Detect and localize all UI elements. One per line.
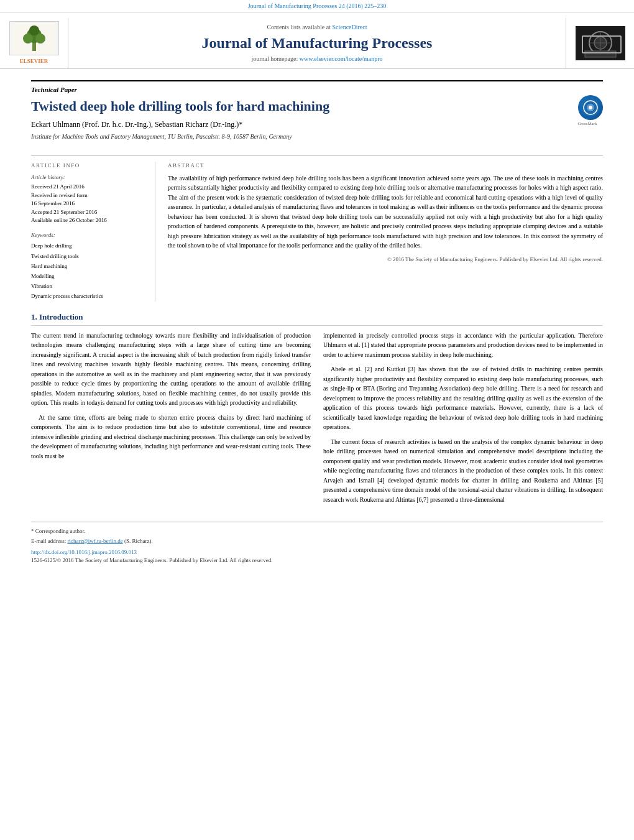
intro-left-col: The current trend in manufacturing techn… — [31, 331, 311, 510]
intro-left-para2: At the same time, efforts are being made… — [31, 413, 311, 461]
contents-line: Contents lists available at ScienceDirec… — [267, 23, 367, 32]
journal-homepage: journal homepage: www.elsevier.com/locat… — [252, 55, 383, 63]
received-date: Received 21 April 2016 — [31, 183, 149, 192]
citation-text: Journal of Manufacturing Processes 24 (2… — [248, 2, 387, 9]
article-history-block: Article history: Received 21 April 2016 … — [31, 173, 149, 225]
keywords-label: Keywords: — [31, 231, 149, 239]
intro-left-para1: The current trend in manufacturing techn… — [31, 331, 311, 408]
article-info-header: ARTICLE INFO — [31, 162, 149, 170]
crossmark-badge — [578, 95, 603, 120]
available-date: Available online 26 October 2016 — [31, 216, 149, 225]
abstract-text: The availability of high performance twi… — [168, 173, 603, 251]
intro-right-para3: The current focus of research activities… — [323, 437, 603, 505]
doi-line[interactable]: http://dx.doi.org/10.1016/j.jmapro.2016.… — [31, 548, 603, 556]
elsevier-tree-image — [9, 21, 59, 55]
keyword-item: Dynamic process characteristics — [31, 291, 149, 301]
header-center: Contents lists available at ScienceDirec… — [68, 18, 566, 68]
homepage-link[interactable]: www.elsevier.com/locate/manpro — [300, 55, 383, 62]
keywords-block: Keywords: Deep hole drillingTwisted dril… — [31, 231, 149, 302]
authors-line: Eckart Uhlmann (Prof. Dr. h.c. Dr.-Ing.)… — [31, 119, 563, 130]
svg-point-8 — [594, 37, 607, 49]
doi-link[interactable]: http://dx.doi.org/10.1016/j.jmapro.2016.… — [31, 549, 137, 555]
homepage-label: journal homepage: — [252, 55, 298, 62]
header-right-logo — [566, 18, 634, 68]
keyword-item: Modelling — [31, 271, 149, 281]
crossmark-label: CrossMark — [577, 121, 597, 127]
footnote-star: * Corresponding author. — [31, 528, 85, 534]
manufacturing-image — [576, 26, 625, 60]
journal-header: ELSEVIER Contents lists available at Sci… — [0, 13, 634, 69]
email-suffix: (S. Richarz). — [124, 538, 153, 544]
intro-heading: Introduction — [39, 312, 83, 321]
intro-text-cols: The current trend in manufacturing techn… — [31, 331, 603, 510]
copyright-line: © 2016 The Society of Manufacturing Engi… — [168, 256, 603, 264]
contents-label: Contents lists available at — [267, 24, 330, 30]
intro-right-col: implemented in precisely controlled proc… — [323, 331, 603, 510]
keywords-list: Deep hole drillingTwisted drilling tools… — [31, 241, 149, 301]
intro-right-para1: implemented in precisely controlled proc… — [323, 331, 603, 360]
article-title: Twisted deep hole drilling tools for har… — [31, 98, 563, 114]
elsevier-logo-left: ELSEVIER — [0, 18, 68, 68]
article-type-label: Technical Paper — [31, 80, 603, 95]
svg-point-3 — [23, 34, 33, 44]
email-link[interactable]: richarz@iwf.tu-berlin.de — [67, 538, 122, 544]
svg-point-15 — [589, 106, 592, 109]
intro-title: 1. Introduction — [31, 312, 603, 326]
abstract-col: ABSTRACT The availability of high perfor… — [168, 162, 603, 301]
article-info-col: ARTICLE INFO Article history: Received 2… — [31, 162, 155, 301]
svg-point-5 — [29, 25, 39, 35]
sciencedirect-link[interactable]: ScienceDirect — [332, 24, 367, 30]
keyword-item: Vibration — [31, 281, 149, 291]
history-label: Article history: — [31, 173, 149, 182]
info-abstract-section: ARTICLE INFO Article history: Received 2… — [31, 155, 603, 301]
citation-bar: Journal of Manufacturing Processes 24 (2… — [0, 0, 634, 13]
journal-title: Journal of Manufacturing Processes — [202, 34, 433, 52]
svg-rect-1 — [32, 42, 36, 51]
introduction-section: 1. Introduction The current trend in man… — [31, 312, 603, 510]
svg-point-4 — [35, 34, 45, 44]
abstract-header: ABSTRACT — [168, 162, 603, 170]
intro-number: 1. — [31, 312, 39, 321]
email-footnote: E-mail address: richarz@iwf.tu-berlin.de… — [31, 537, 603, 545]
elsevier-text: ELSEVIER — [20, 57, 48, 65]
received-revised-date: 16 September 2016 — [31, 200, 149, 208]
keyword-item: Deep hole drilling — [31, 241, 149, 251]
footnote-star-line: * Corresponding author. — [31, 527, 603, 535]
article-body: Technical Paper Twisted deep hole drilli… — [0, 69, 634, 576]
intro-right-para2: Abele et al. [2] and Kuttkat [3] has sho… — [323, 364, 603, 432]
article-footer: * Corresponding author. E-mail address: … — [31, 522, 603, 564]
svg-point-7 — [589, 32, 612, 54]
accepted-date: Accepted 21 September 2016 — [31, 208, 149, 217]
received-revised-label: Received in revised form — [31, 192, 149, 200]
issn-line: 1526-6125/© 2016 The Society of Manufact… — [31, 556, 603, 565]
svg-rect-11 — [585, 51, 616, 57]
email-label: E-mail address: — [31, 538, 66, 544]
affiliation-line: Institute for Machine Tools and Factory … — [31, 132, 563, 141]
keyword-item: Hard machining — [31, 261, 149, 271]
keyword-item: Twisted drilling tools — [31, 251, 149, 261]
